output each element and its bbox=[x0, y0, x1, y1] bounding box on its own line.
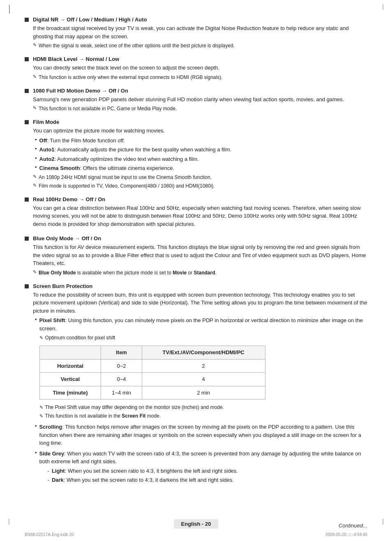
row-value-time: 2 min bbox=[142, 386, 265, 399]
sub-rest-off: : Turn the Film Mode function off. bbox=[47, 137, 125, 144]
dash-symbol: - bbox=[48, 476, 49, 484]
sub-dot: • bbox=[35, 423, 37, 429]
corner-top-left: | bbox=[8, 3, 11, 14]
pixel-shift-bold: Pixel Shift bbox=[39, 317, 65, 323]
section-text-blue-only: This function is for AV device measureme… bbox=[33, 243, 367, 267]
section-title-blue-only: Blue Only Mode → Off / On bbox=[33, 235, 367, 241]
note-text-1080-fhd-0: This function is not available in PC, Ga… bbox=[39, 105, 177, 112]
continued-text: Continued... bbox=[339, 522, 367, 529]
footer: English - 20 bbox=[0, 519, 392, 529]
film-mode-sub-auto1: • Auto1: Automatically adjusts the pictu… bbox=[35, 146, 367, 154]
note-text-pixel-shift-after-0: The Pixel Shift value may differ dependi… bbox=[45, 404, 224, 411]
blue-only-movie: Movie bbox=[173, 270, 187, 276]
side-grey-content: Side Grey: When you watch TV with the sc… bbox=[39, 450, 367, 484]
dash-text-dark: Dark: When you set the screen ratio to 4… bbox=[52, 476, 234, 484]
sub-text-auto2: Auto2: Automatically optimizes the video… bbox=[39, 155, 199, 163]
section-blue-only: Blue Only Mode → Off / On This function … bbox=[25, 235, 367, 277]
note-optimum: ✎ Optimum condition for pixel shift bbox=[39, 334, 367, 341]
note-hdmi-black-0: ✎ This function is active only when the … bbox=[33, 74, 367, 81]
scrolling-bold: Scrolling bbox=[39, 424, 62, 430]
scrolling-text: : This function helps remove after image… bbox=[39, 424, 361, 446]
note-pixel-shift-after-0: ✎ The Pixel Shift value may differ depen… bbox=[39, 404, 367, 411]
section-title-digital-nr: Digital NR → Off / Low / Medium / High /… bbox=[33, 16, 367, 23]
note-1080-fhd-0: ✎ This function is not available in PC, … bbox=[33, 105, 367, 112]
section-text-real-100hz: You can get a clear distinction between … bbox=[33, 204, 367, 228]
pixel-shift-table: Item TV/Ext./AV/Component/HDMI/PC Horizo… bbox=[39, 346, 265, 399]
section-body-blue-only: Blue Only Mode → Off / On This function … bbox=[33, 235, 367, 277]
light-text: : When you set the screen ratio to 4:3, … bbox=[65, 468, 238, 474]
blue-only-standard: Standard bbox=[194, 270, 215, 276]
sub-rest-cinema: : Offers the ultimate cinema experience. bbox=[80, 165, 175, 171]
side-grey-text: : When you watch TV with the screen rati… bbox=[39, 450, 361, 465]
sub-bold-auto2: Auto2 bbox=[39, 156, 55, 162]
pixel-shift-text: : Using this function, you can minutely … bbox=[39, 317, 363, 332]
blue-only-bold: Blue Only Mode bbox=[39, 270, 76, 276]
sub-dot: • bbox=[35, 146, 37, 152]
note-text-film-mode-1: Film mode is supported in TV, Video, Com… bbox=[39, 182, 215, 190]
sub-text-off: Off: Turn the Film Mode function off. bbox=[39, 137, 125, 145]
table-row-vertical: Vertical 0~4 4 bbox=[39, 373, 265, 386]
page-label: English - 20 bbox=[174, 519, 219, 529]
bottom-meta-right: 2009-05-20 □□ 4:54:45 bbox=[325, 532, 367, 537]
section-body-screen-burn: Screen Burn Protection To reduce the pos… bbox=[33, 283, 367, 484]
note-icon: ✎ bbox=[33, 105, 37, 111]
table-header-row: Item TV/Ext./AV/Component/HDMI/PC bbox=[39, 346, 265, 360]
section-1080-fhd: 1080 Full HD Motion Demo → Off / On Sams… bbox=[25, 88, 367, 114]
continued-label: Continued... bbox=[339, 522, 367, 529]
table-row-horizontal: Horizontal 0~2 2 bbox=[39, 359, 265, 373]
section-bullet bbox=[25, 57, 29, 61]
sub-dot: • bbox=[35, 450, 37, 456]
bottom-meta-left: BN68-02217A-Eng.indb 20 bbox=[25, 532, 74, 537]
section-title-hdmi-black: HDMI Black Level → Normal / Low bbox=[33, 56, 367, 62]
note-icon: ✎ bbox=[33, 74, 37, 79]
section-body-film-mode: Film Mode You can optimize the picture m… bbox=[33, 119, 367, 190]
note-film-mode-0: ✎ An 1080p 24Hz HDMI signal must be inpu… bbox=[33, 174, 367, 181]
row-item-time: 1~4 min bbox=[101, 386, 142, 399]
note-icon: ✎ bbox=[39, 413, 43, 420]
row-item-vertical: 0~4 bbox=[101, 373, 142, 386]
section-text-hdmi-black: You can directly select the black level … bbox=[33, 64, 367, 72]
section-bullet bbox=[25, 120, 29, 124]
col-header-empty bbox=[39, 346, 101, 360]
section-hdmi-black: HDMI Black Level → Normal / Low You can … bbox=[25, 56, 367, 82]
note-text-optimum: Optimum condition for pixel shift bbox=[45, 334, 115, 341]
side-grey-item: • Side Grey: When you watch TV with the … bbox=[35, 450, 367, 484]
section-body-1080-fhd: 1080 Full HD Motion Demo → Off / On Sams… bbox=[33, 88, 367, 114]
side-grey-bold: Side Grey bbox=[39, 450, 65, 457]
note-digital-nr-0: ✎ When the signal is weak, select one of… bbox=[33, 42, 367, 49]
pixel-shift-table-container: Item TV/Ext./AV/Component/HDMI/PC Horizo… bbox=[39, 346, 367, 399]
sub-bold-cinema: Cinema Smooth bbox=[39, 165, 80, 171]
section-text-1080-fhd: Samsung's new generation PDP panels deli… bbox=[33, 95, 367, 104]
film-mode-sub-cinema: • Cinema Smooth: Offers the ultimate cin… bbox=[35, 164, 367, 172]
section-body-hdmi-black: HDMI Black Level → Normal / Low You can … bbox=[33, 56, 367, 82]
page: | | | | Digital NR → Off / Low / Medium … bbox=[0, 0, 392, 541]
section-bullet bbox=[25, 18, 29, 22]
film-mode-sub-off: • Off: Turn the Film Mode function off. bbox=[35, 137, 367, 145]
scrolling-content: Scrolling: This function helps remove af… bbox=[39, 423, 367, 447]
section-real-100hz: Real 100Hz Demo → Off / On You can get a… bbox=[25, 196, 367, 230]
section-title-1080-fhd: 1080 Full HD Motion Demo → Off / On bbox=[33, 88, 367, 94]
sub-bold-auto1: Auto1 bbox=[39, 146, 55, 153]
section-screen-burn: Screen Burn Protection To reduce the pos… bbox=[25, 283, 367, 484]
note-text-pixel-shift-after-1: This function is not available in the Sc… bbox=[45, 412, 161, 420]
sub-dot: • bbox=[35, 137, 37, 143]
row-item-horizontal: 0~2 bbox=[101, 359, 142, 373]
dash-symbol: - bbox=[48, 467, 49, 475]
sub-rest-auto2: : Automatically optimizes the video text… bbox=[54, 156, 198, 162]
row-label-vertical: Vertical bbox=[39, 373, 101, 386]
section-bullet bbox=[25, 89, 29, 93]
section-text-film-mode: You can optimize the picture mode for wa… bbox=[33, 127, 367, 135]
film-mode-sub-auto2: • Auto2: Automatically optimizes the vid… bbox=[35, 155, 367, 163]
screen-fit-bold: Screen Fit bbox=[122, 413, 145, 419]
light-bold: Light bbox=[52, 468, 65, 474]
section-title-film-mode: Film Mode bbox=[33, 119, 367, 125]
sub-text-auto1: Auto1: Automatically adjusts the picture… bbox=[39, 146, 232, 154]
dash-text-light: Light: When you set the screen ratio to … bbox=[52, 467, 238, 475]
note-pixel-shift-after-1: ✎ This function is not available in the … bbox=[39, 412, 367, 420]
sub-text-cinema: Cinema Smooth: Offers the ultimate cinem… bbox=[39, 164, 175, 172]
dark-bold: Dark bbox=[52, 477, 64, 483]
note-icon: ✎ bbox=[33, 42, 37, 48]
dash-light: - Light: When you set the screen ratio t… bbox=[48, 467, 367, 475]
dark-text: : When you set the screen ratio to 4:3, … bbox=[64, 477, 234, 483]
pixel-shift-content: Pixel Shift: Using this function, you ca… bbox=[39, 316, 367, 420]
